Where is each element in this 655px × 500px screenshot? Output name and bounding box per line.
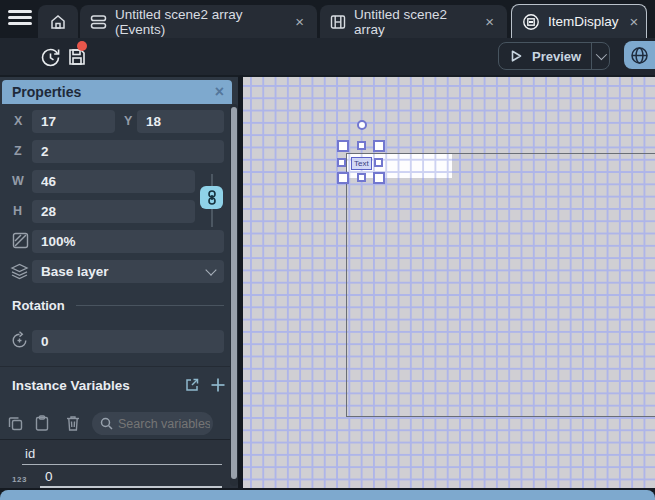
panel-scrollbar-thumb[interactable]: [231, 107, 237, 479]
hamburger-icon: [8, 10, 32, 13]
lock-aspect-ratio-button[interactable]: [200, 186, 223, 209]
main-menu-button[interactable]: [8, 10, 32, 28]
tab-close-icon[interactable]: ×: [482, 13, 497, 30]
variable-value-field[interactable]: 0: [45, 469, 53, 484]
selected-text-object[interactable]: Text: [351, 157, 372, 170]
x-label: X: [14, 110, 22, 133]
variables-search: [92, 412, 213, 435]
tab-label: ItemDisplay: [548, 14, 619, 29]
events-sheet-icon: [90, 14, 107, 30]
variable-name-field[interactable]: id: [25, 446, 35, 461]
share-globe-button[interactable]: [624, 41, 655, 69]
chain-link-icon: [206, 190, 218, 205]
layers-icon: [10, 262, 29, 281]
add-variable-button[interactable]: [210, 377, 226, 393]
search-variables-input[interactable]: [118, 417, 210, 431]
panel-scrollbar: [230, 104, 238, 486]
scene-canvas[interactable]: Text: [243, 75, 655, 488]
play-icon: [509, 49, 523, 63]
bottom-panel: [0, 488, 655, 500]
preview-button[interactable]: Preview: [498, 42, 610, 70]
editor-window: Untitled scene2 array (Events) × Untitle…: [0, 0, 655, 500]
tab-label: Untitled scene2 array (Events): [115, 7, 284, 37]
opacity-icon: [12, 232, 29, 249]
chevron-down-icon: [205, 264, 216, 275]
history-button[interactable]: [37, 44, 63, 70]
game-window-border: [346, 153, 655, 417]
history-clock-icon: [39, 46, 62, 69]
resize-handle-bottom-middle[interactable]: [357, 173, 366, 182]
copy-button[interactable]: [8, 416, 23, 431]
rotation-handle[interactable]: [357, 120, 367, 130]
instance-variables-title: Instance Variables: [12, 378, 130, 393]
chevron-down-icon: [596, 49, 607, 60]
resize-handle-bottom-left[interactable]: [337, 172, 349, 184]
paste-icon[interactable]: [35, 415, 49, 431]
h-field[interactable]: [32, 200, 195, 223]
unsaved-changes-badge: [77, 41, 87, 51]
layer-select[interactable]: Base layer: [32, 260, 224, 283]
divider: [76, 305, 224, 306]
open-in-editor-button[interactable]: [184, 377, 200, 393]
tab-itemdisplay-active[interactable]: ItemDisplay ×: [511, 4, 647, 38]
bottom-panel-header[interactable]: [0, 490, 655, 500]
preview-label: Preview: [532, 49, 581, 64]
tab-bar: Untitled scene2 array (Events) × Untitle…: [0, 0, 655, 38]
rotation-icon: [10, 331, 29, 350]
resize-handle-bottom-right[interactable]: [373, 172, 385, 184]
scene-icon: [330, 14, 346, 30]
resize-handle-top-middle[interactable]: [357, 141, 366, 150]
tab-label: Untitled scene2 array: [354, 7, 474, 37]
search-icon: [100, 417, 113, 430]
resize-handle-top-right[interactable]: [373, 140, 385, 152]
properties-panel-header: Properties ×: [2, 80, 232, 104]
external-layout-icon: [522, 13, 540, 31]
layer-value: Base layer: [41, 264, 109, 279]
resize-handle-top-left[interactable]: [337, 140, 349, 152]
h-label: H: [13, 200, 22, 223]
x-field[interactable]: [32, 110, 115, 133]
resize-handle-middle-left[interactable]: [337, 158, 346, 167]
tab-home[interactable]: [38, 5, 78, 38]
number-type-icon[interactable]: 123: [12, 475, 27, 484]
tab-close-icon[interactable]: ×: [627, 13, 642, 30]
y-field[interactable]: [137, 110, 224, 133]
tab-close-icon[interactable]: ×: [292, 13, 307, 30]
trash-icon[interactable]: [66, 415, 80, 431]
properties-title: Properties: [12, 84, 81, 100]
tab-scene[interactable]: Untitled scene2 array ×: [320, 5, 507, 38]
underline: [22, 464, 222, 465]
tab-events-sheet[interactable]: Untitled scene2 array (Events) ×: [80, 5, 317, 38]
w-label: W: [12, 170, 24, 193]
z-label: Z: [14, 140, 22, 163]
globe-icon: [630, 46, 649, 65]
rotation-section-title: Rotation: [12, 298, 65, 313]
preview-dropdown-button[interactable]: [592, 52, 609, 60]
rotation-field[interactable]: [32, 330, 224, 353]
toolbar: Preview: [0, 38, 655, 75]
divider: [0, 366, 238, 367]
resize-handle-middle-right[interactable]: [374, 158, 383, 167]
y-label: Y: [124, 110, 132, 133]
close-icon[interactable]: ×: [215, 83, 224, 101]
w-field[interactable]: [32, 170, 195, 193]
z-field[interactable]: [32, 140, 224, 163]
properties-panel: Properties × X Y Z W H: [0, 75, 243, 488]
home-icon: [49, 13, 67, 31]
opacity-field[interactable]: [32, 230, 224, 253]
